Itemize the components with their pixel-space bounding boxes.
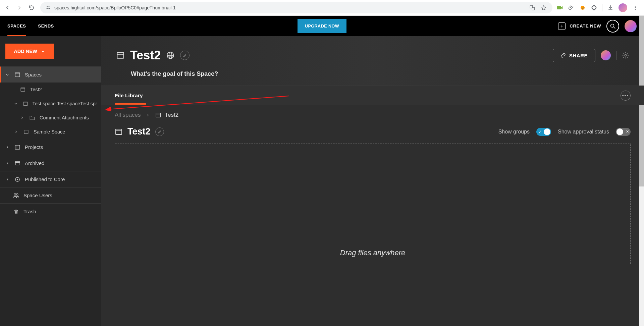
space-icon (116, 51, 125, 60)
user-avatar[interactable] (625, 20, 637, 32)
svg-rect-3 (47, 8, 49, 9)
chevron-down-icon (13, 102, 18, 106)
search-button[interactable] (606, 20, 619, 33)
file-dropzone[interactable]: Drag files anywhere (115, 144, 631, 264)
sidebar-label: Archived (25, 160, 44, 166)
space-icon (23, 129, 30, 134)
sidebar-item-space-users[interactable]: Space Users (0, 187, 101, 203)
chevron-right-icon (19, 116, 25, 120)
ext-paperclip-icon[interactable] (568, 4, 575, 11)
link-icon (560, 53, 566, 58)
svg-rect-1 (48, 7, 50, 7)
svg-rect-21 (15, 145, 20, 149)
chevron-right-icon (5, 161, 10, 165)
pencil-icon (158, 130, 162, 134)
sidebar-item-archived[interactable]: Archived (0, 155, 101, 171)
core-icon (14, 176, 21, 182)
users-icon (13, 193, 19, 199)
svg-point-28 (16, 194, 18, 195)
sidebar-label: Published to Core (25, 176, 65, 182)
svg-point-2 (49, 8, 50, 9)
search-icon (610, 23, 616, 29)
create-new-button[interactable]: + CREATE NEW (558, 22, 601, 30)
sidebar-label: Sample Space (34, 129, 65, 134)
svg-point-27 (14, 194, 16, 195)
show-approval-label: Show approval status (558, 129, 609, 135)
app-header: SPACES SENDS UPGRADE NOW + CREATE NEW (0, 16, 644, 36)
svg-rect-15 (21, 88, 25, 92)
sidebar: ADD NEW Spaces Test2 Test space Test spa… (0, 36, 101, 326)
space-title: Test2 (130, 48, 161, 62)
downloads-icon[interactable] (607, 4, 614, 11)
space-icon (155, 112, 161, 118)
breadcrumb-current[interactable]: Test2 (165, 112, 178, 118)
add-new-button[interactable]: ADD NEW (5, 44, 54, 59)
space-icon (19, 87, 26, 92)
share-button[interactable]: SHARE (553, 49, 595, 62)
browser-reload-button[interactable] (27, 3, 36, 12)
svg-rect-13 (15, 73, 20, 77)
upgrade-button[interactable]: UPGRADE NOW (298, 19, 346, 33)
svg-point-10 (635, 9, 636, 10)
gear-icon (622, 52, 629, 59)
sidebar-item-longspace[interactable]: Test space Test spaceTest space (0, 97, 101, 111)
edit-section-button[interactable] (155, 127, 164, 136)
sidebar-item-trash[interactable]: Trash (0, 203, 101, 219)
member-avatar[interactable] (601, 50, 611, 60)
sidebar-item-comment-attachments[interactable]: Comment Attachments (0, 111, 101, 125)
sidebar-label: Test2 (30, 87, 42, 92)
sidebar-label: Comment Attachments (40, 115, 89, 120)
sidebar-label: Space Users (23, 193, 52, 198)
ext-videocam-icon[interactable] (556, 4, 563, 11)
browser-back-button[interactable] (3, 3, 12, 12)
show-groups-toggle[interactable]: ✓ (536, 128, 551, 136)
separator (602, 4, 602, 11)
tab-sends[interactable]: SENDS (38, 16, 54, 36)
sidebar-label: Test space Test spaceTest space (33, 101, 97, 106)
chevron-right-icon (5, 145, 10, 149)
sidebar-label: Trash (23, 209, 36, 214)
browser-forward-button[interactable] (15, 3, 24, 12)
space-icon (22, 101, 28, 106)
check-icon: ✓ (538, 129, 542, 134)
show-approval-toggle[interactable]: ✕ (616, 128, 631, 136)
dropzone-text: Drag files anywhere (340, 249, 405, 257)
chevron-down-icon (41, 49, 45, 54)
svg-rect-24 (16, 162, 19, 165)
profile-avatar[interactable] (619, 3, 627, 12)
sidebar-item-test2[interactable]: Test2 (0, 83, 101, 97)
ext-circle-icon[interactable] (579, 4, 586, 11)
bookmark-star-icon[interactable] (540, 4, 547, 11)
svg-rect-17 (23, 102, 28, 106)
tab-file-library[interactable]: File Library (115, 87, 143, 105)
chevron-right-icon (5, 177, 10, 181)
sidebar-item-sample-space[interactable]: Sample Space (0, 125, 101, 139)
svg-point-7 (581, 6, 585, 10)
svg-rect-41 (116, 129, 122, 134)
svg-point-8 (635, 6, 636, 7)
site-settings-icon[interactable] (46, 5, 51, 10)
sidebar-item-projects[interactable]: Projects (0, 139, 101, 155)
svg-line-12 (613, 27, 615, 29)
browser-menu-icon[interactable] (632, 4, 639, 11)
translate-icon[interactable] (529, 4, 536, 11)
tab-spaces[interactable]: SPACES (7, 16, 26, 36)
plus-icon: + (558, 22, 566, 30)
url-bar[interactable]: spaces.hightail.com/space/BplloOP5C0#pag… (40, 2, 552, 13)
create-new-label: CREATE NEW (570, 23, 601, 29)
sidebar-item-published[interactable]: Published to Core (0, 171, 101, 187)
trash-icon (13, 209, 19, 215)
settings-button[interactable] (622, 52, 629, 59)
add-new-label: ADD NEW (14, 49, 37, 54)
extensions-icon[interactable] (591, 4, 597, 11)
edit-title-button[interactable] (180, 51, 190, 60)
goal-prompt[interactable]: What's the goal of this Space? (131, 70, 629, 77)
breadcrumb-root[interactable]: All spaces (115, 112, 141, 118)
sidebar-item-spaces[interactable]: Spaces (0, 66, 101, 83)
pencil-icon (183, 53, 187, 58)
show-groups-label: Show groups (498, 129, 530, 135)
more-options-button[interactable]: ••• (621, 91, 631, 101)
svg-point-9 (635, 7, 636, 8)
chevron-right-icon (13, 130, 19, 134)
globe-icon[interactable] (166, 51, 175, 60)
